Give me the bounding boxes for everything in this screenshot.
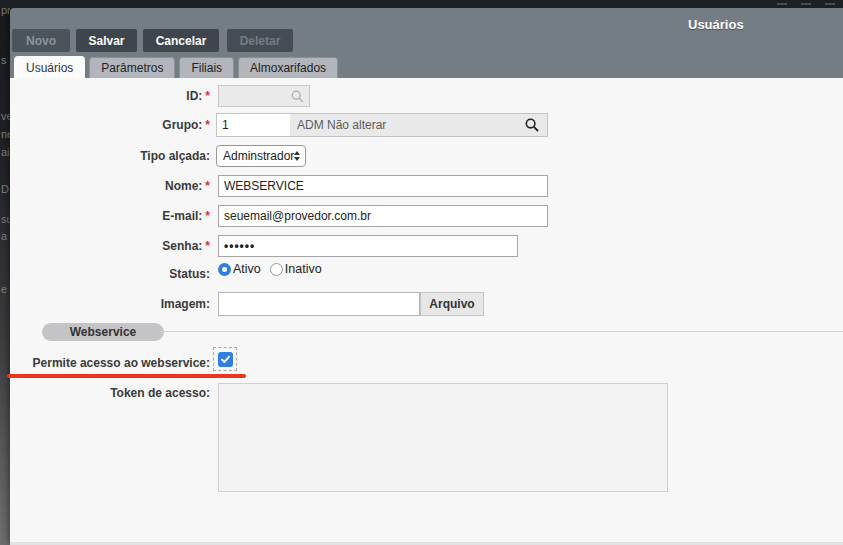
radio-inativo-label: Inativo <box>285 262 322 276</box>
required-asterisk: * <box>205 89 210 103</box>
checkbox-checked-icon <box>218 352 233 367</box>
webservice-section-header: Webservice <box>42 323 164 341</box>
tipo-alcada-label: Tipo alçada: <box>10 149 210 163</box>
page-title: Usuários <box>688 17 744 32</box>
radio-ativo-label: Ativo <box>233 262 261 276</box>
nome-input[interactable] <box>218 175 548 197</box>
imagem-input[interactable] <box>218 292 420 316</box>
select-arrows-icon <box>294 151 300 161</box>
webservice-access-label: Permite acesso ao webservice: <box>10 356 210 370</box>
background-text-fragment: su <box>1 213 10 225</box>
required-asterisk: * <box>205 239 210 253</box>
token-label: Token de acesso: <box>10 386 210 400</box>
token-textarea[interactable] <box>218 383 668 492</box>
grupo-field: ADM Não alterar <box>216 113 548 137</box>
background-text-fragment: e <box>1 283 7 295</box>
tipo-alcada-selected-value: Adminstrador <box>223 149 294 163</box>
background-page-strip: pr s ve ne ai D su a e <box>0 0 10 545</box>
radio-ativo[interactable] <box>218 263 231 276</box>
id-field[interactable] <box>218 85 310 107</box>
cancelar-button[interactable]: Cancelar <box>143 29 219 52</box>
tipo-alcada-select[interactable]: Adminstrador <box>216 145 306 167</box>
tab-filiais[interactable]: Filiais <box>179 57 234 78</box>
senha-label: Senha:* <box>10 239 210 253</box>
id-label: ID:* <box>10 89 210 103</box>
arquivo-button[interactable]: Arquivo <box>420 292 484 316</box>
novo-button[interactable]: Novo <box>12 29 70 52</box>
background-text-fragment: a <box>1 230 7 242</box>
search-icon[interactable] <box>525 118 539 132</box>
senha-input[interactable] <box>218 235 518 257</box>
background-text-fragment: ve <box>1 110 10 122</box>
grupo-description: ADM Não alterar <box>290 118 525 132</box>
tab-almoxarifados[interactable]: Almoxarifados <box>238 57 338 78</box>
email-label: E-mail:* <box>10 209 210 223</box>
topbar-glyphs <box>777 3 835 5</box>
status-radio-group: Ativo Inativo <box>218 262 331 276</box>
email-input[interactable] <box>218 205 548 227</box>
background-text-fragment: ne <box>1 128 10 140</box>
radio-inativo[interactable] <box>270 263 283 276</box>
section-divider-line <box>160 331 843 332</box>
form-body: ID:* Grupo:* ADM Não alterar Tipo alçada… <box>10 78 843 545</box>
salvar-button[interactable]: Salvar <box>76 29 137 52</box>
tab-usuarios[interactable]: Usuários <box>14 56 85 78</box>
browser-top-bar <box>0 0 843 8</box>
background-text-fragment: ai <box>1 146 10 158</box>
imagem-label: Imagem: <box>10 297 210 311</box>
usuarios-modal: Usuários Novo Salvar Cancelar Deletar Us… <box>10 8 843 545</box>
required-asterisk: * <box>205 209 210 223</box>
toolbar: Novo Salvar Cancelar Deletar <box>12 29 293 52</box>
tab-bar: Usuários Parâmetros Filiais Almoxarifado… <box>14 56 338 78</box>
status-label: Status: <box>10 267 210 281</box>
required-asterisk: * <box>205 179 210 193</box>
required-asterisk: * <box>205 118 210 132</box>
tab-parametros[interactable]: Parâmetros <box>89 57 175 78</box>
grupo-label: Grupo:* <box>10 118 210 132</box>
nome-label: Nome:* <box>10 179 210 193</box>
annotation-red-underline <box>7 374 246 378</box>
background-text-fragment: D <box>1 183 9 195</box>
background-text-fragment: s <box>1 54 7 66</box>
deletar-button[interactable]: Deletar <box>227 29 293 52</box>
modal-header: Usuários Novo Salvar Cancelar Deletar Us… <box>10 8 843 78</box>
search-icon <box>291 90 304 103</box>
webservice-access-checkbox[interactable] <box>213 347 237 371</box>
grupo-input[interactable] <box>217 114 290 136</box>
